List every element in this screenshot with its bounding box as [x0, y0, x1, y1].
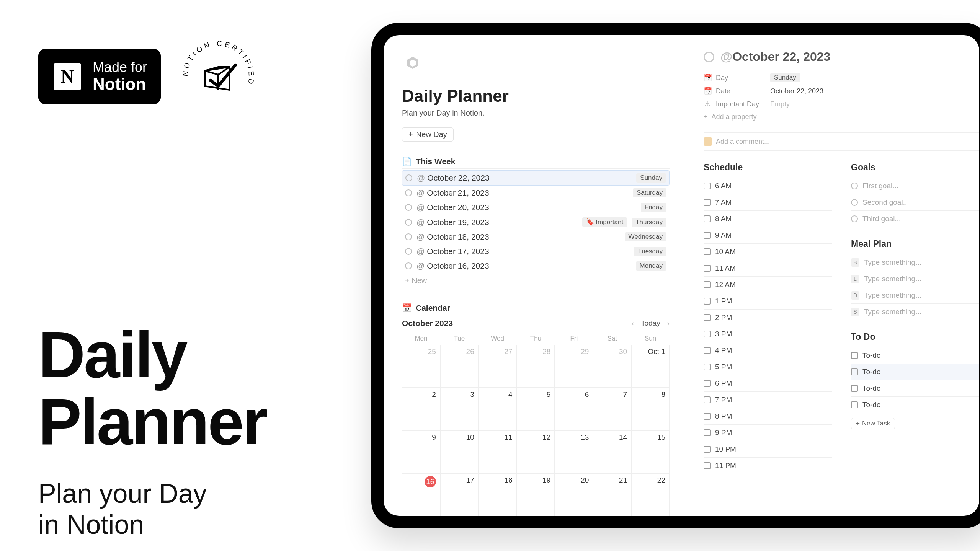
calendar-cell[interactable]: 2: [402, 388, 440, 430]
schedule-row[interactable]: 7 PM: [704, 392, 832, 408]
todo-row[interactable]: To-do: [851, 397, 979, 413]
calendar-cell[interactable]: 16: [402, 473, 440, 516]
calendar-cell[interactable]: 17: [440, 473, 479, 516]
prop-day[interactable]: 📅 Day Sunday: [704, 71, 979, 85]
checkbox-icon[interactable]: [851, 352, 858, 359]
calendar-cell[interactable]: 6: [555, 388, 593, 430]
checkbox-icon[interactable]: [704, 364, 710, 370]
calendar-cell[interactable]: 14: [593, 430, 631, 473]
schedule-row[interactable]: 4 PM: [704, 342, 832, 359]
week-row[interactable]: @ October 19, 2023 🔖Important Thursday: [402, 215, 670, 230]
schedule-row[interactable]: 3 PM: [704, 326, 832, 342]
checkbox-icon[interactable]: [704, 314, 710, 321]
checkbox-icon[interactable]: [851, 368, 858, 375]
schedule-row[interactable]: 2 PM: [704, 310, 832, 326]
schedule-row[interactable]: 11 AM: [704, 260, 832, 277]
schedule-row[interactable]: 1 PM: [704, 293, 832, 310]
calendar-cell[interactable]: 13: [555, 430, 593, 473]
calendar-cell[interactable]: 5: [517, 388, 555, 430]
checkbox-icon[interactable]: [704, 380, 710, 387]
schedule-row[interactable]: 10 AM: [704, 244, 832, 260]
schedule-row[interactable]: 9 PM: [704, 425, 832, 441]
checkbox-icon[interactable]: [704, 396, 710, 403]
calendar-header[interactable]: 📅 Calendar: [402, 303, 670, 315]
add-comment-input[interactable]: Add a comment...: [704, 132, 979, 151]
todo-row[interactable]: To-do: [851, 380, 979, 397]
calendar-cell[interactable]: 12: [517, 430, 555, 473]
calendar-cell[interactable]: 8: [631, 388, 670, 430]
schedule-row[interactable]: 5 PM: [704, 359, 832, 375]
schedule-row[interactable]: 9 AM: [704, 227, 832, 244]
calendar-cell[interactable]: 19: [517, 473, 555, 516]
checkbox-icon[interactable]: [704, 281, 710, 288]
calendar-cell[interactable]: 30: [593, 345, 631, 388]
checkbox-icon[interactable]: [704, 183, 710, 189]
schedule-row[interactable]: 7 AM: [704, 194, 832, 211]
calendar-cell[interactable]: 22: [631, 473, 670, 516]
checkbox-icon[interactable]: [704, 331, 710, 337]
checkbox-icon[interactable]: [704, 298, 710, 305]
meal-row[interactable]: LType something...: [851, 271, 979, 287]
week-row[interactable]: @ October 20, 2023 Friday: [402, 200, 670, 215]
checkbox-icon[interactable]: [704, 199, 710, 206]
calendar-cell[interactable]: Oct 1: [631, 345, 670, 388]
new-day-button[interactable]: + New Day: [402, 127, 454, 142]
calendar-cell[interactable]: 4: [479, 388, 517, 430]
schedule-row[interactable]: 11 PM: [704, 458, 832, 474]
calendar-cell[interactable]: 26: [440, 345, 479, 388]
checkbox-icon[interactable]: [851, 401, 858, 408]
calendar-cell[interactable]: 27: [479, 345, 517, 388]
calendar-cell[interactable]: 25: [402, 345, 440, 388]
checkbox-icon[interactable]: [704, 215, 710, 222]
new-row-button[interactable]: + New: [402, 273, 670, 288]
checkbox-icon[interactable]: [704, 232, 710, 239]
goal-row[interactable]: Third goal...: [851, 211, 979, 227]
meal-letter-badge: L: [851, 275, 859, 283]
checkbox-icon[interactable]: [704, 248, 710, 255]
todo-row[interactable]: To-do: [851, 347, 979, 364]
goal-row[interactable]: Second goal...: [851, 194, 979, 211]
checkbox-icon[interactable]: [851, 385, 858, 392]
calendar-cell[interactable]: 15: [631, 430, 670, 473]
week-row[interactable]: @ October 16, 2023 Monday: [402, 259, 670, 273]
this-week-header[interactable]: 📄 This Week: [402, 157, 670, 169]
calendar-cell[interactable]: 10: [440, 430, 479, 473]
add-property-button[interactable]: + Add a property: [704, 111, 979, 123]
checkbox-icon[interactable]: [704, 446, 710, 453]
schedule-row[interactable]: 6 PM: [704, 375, 832, 392]
todo-row[interactable]: To-do: [851, 364, 979, 380]
schedule-row[interactable]: 6 AM: [704, 178, 832, 194]
meal-row[interactable]: BType something...: [851, 254, 979, 271]
week-row[interactable]: @ October 17, 2023 Tuesday: [402, 244, 670, 259]
week-row[interactable]: @ October 21, 2023 Saturday: [402, 186, 670, 200]
calendar-cell[interactable]: 28: [517, 345, 555, 388]
calendar-cell[interactable]: 29: [555, 345, 593, 388]
schedule-row[interactable]: 8 AM: [704, 211, 832, 227]
checkbox-icon[interactable]: [704, 265, 710, 272]
chevron-left-icon[interactable]: ‹: [632, 319, 634, 328]
goal-row[interactable]: First goal...: [851, 178, 979, 194]
calendar-cell[interactable]: 20: [555, 473, 593, 516]
prop-important[interactable]: ⚠ Important Day Empty: [704, 98, 979, 111]
checkbox-icon[interactable]: [704, 347, 710, 354]
checkbox-icon[interactable]: [704, 462, 710, 469]
calendar-cell[interactable]: 21: [593, 473, 631, 516]
calendar-cell[interactable]: 7: [593, 388, 631, 430]
week-row[interactable]: @ October 22, 2023 Sunday: [402, 170, 670, 186]
schedule-row[interactable]: 12 AM: [704, 277, 832, 293]
calendar-cell[interactable]: 18: [479, 473, 517, 516]
week-row[interactable]: @ October 18, 2023 Wednesday: [402, 230, 670, 244]
calendar-cell[interactable]: 9: [402, 430, 440, 473]
prop-date[interactable]: 📅 Date October 22, 2023: [704, 85, 979, 98]
meal-row[interactable]: DType something...: [851, 287, 979, 304]
meal-row[interactable]: SType something...: [851, 304, 979, 320]
chevron-right-icon[interactable]: ›: [667, 319, 670, 328]
today-button[interactable]: Today: [641, 319, 660, 328]
schedule-row[interactable]: 8 PM: [704, 408, 832, 425]
calendar-cell[interactable]: 11: [479, 430, 517, 473]
checkbox-icon[interactable]: [704, 413, 710, 420]
calendar-cell[interactable]: 3: [440, 388, 479, 430]
schedule-row[interactable]: 10 PM: [704, 441, 832, 458]
new-task-button[interactable]: + New Task: [851, 418, 895, 429]
checkbox-icon[interactable]: [704, 429, 710, 436]
